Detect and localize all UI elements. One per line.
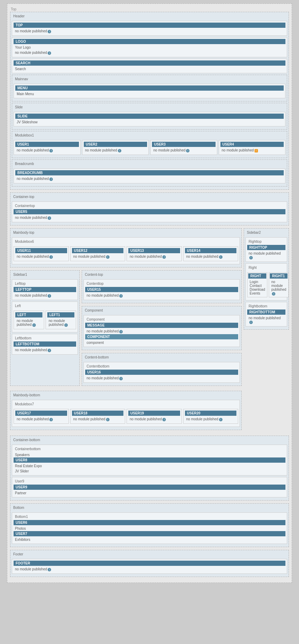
- u13-icon[interactable]: i: [162, 255, 166, 259]
- u12-icon[interactable]: i: [106, 255, 110, 259]
- u18-icon[interactable]: i: [106, 418, 110, 421]
- user3-box: USER3 no module publishedi: [150, 140, 217, 155]
- mainbody-sidebar2-row: Mainbody-top Modulebox6 USER11 no module…: [10, 228, 289, 433]
- rightbottom-label: Rightbottom: [247, 304, 285, 309]
- bc-icon[interactable]: i: [49, 177, 53, 181]
- sidebar2-label: Sidebar2: [245, 230, 287, 236]
- user11-box: USER11 no module publishedi: [14, 246, 69, 261]
- component-bar: COMPONENT: [85, 334, 238, 339]
- u15-icon[interactable]: i: [119, 294, 123, 298]
- u11-icon[interactable]: i: [49, 255, 53, 259]
- modulebox7-row: USER17 no module publishedi USER18 no mo…: [14, 407, 238, 425]
- u4-icon[interactable]: !: [254, 149, 258, 152]
- top-content: no module publishedi: [14, 28, 285, 34]
- sidebar1-content-row: Sidebar1 Lefttop LEFTTOP no module publi…: [10, 270, 242, 389]
- right-label: Right: [247, 265, 285, 271]
- user11-bar: USER11: [15, 248, 67, 253]
- footer-icon[interactable]: i: [48, 568, 51, 571]
- message-content: no module publishedi: [85, 329, 238, 334]
- right-box: Right RIGHT LoginContactDownloadEvents R…: [245, 263, 287, 300]
- user8-bar: USER8: [14, 457, 285, 463]
- leftbottom-bar: LEFTBOTTOM: [14, 341, 76, 347]
- user18-content: no module publishedi: [72, 416, 124, 422]
- left-box: Left LEFT no modulepublishedi LEFT1 no m…: [12, 302, 78, 332]
- righttop-bar: RIGHTTOP: [247, 245, 285, 250]
- footer-section: Footer FOOTER no module publishedi: [10, 550, 289, 577]
- mainbody-bottom-section: Mainbody-bottom Modulebox7 USER17 no mod…: [10, 391, 242, 430]
- slide-content: JV Slideshow: [15, 119, 284, 125]
- top-bar: TOP: [14, 23, 285, 28]
- search-bar: SEARCH: [14, 60, 285, 66]
- user1-box: USER1 no module publishedi: [14, 140, 81, 155]
- message-bar: MESSAGE: [85, 323, 238, 328]
- r1-icon[interactable]: i: [272, 292, 275, 296]
- content-bottom-label: Content-bottom: [83, 355, 240, 361]
- user17-box: USER17 no module publishedi: [14, 409, 69, 424]
- user9-box: User9 USER9 Partner: [12, 477, 287, 497]
- user2-content: no module publishedi: [84, 148, 147, 153]
- left-left-box: LEFT no modulepublishedi: [14, 311, 44, 329]
- menu-box: MENU Main Menu: [14, 84, 285, 98]
- logo-info-icon[interactable]: i: [48, 51, 51, 55]
- logo-line1: Your Logo: [14, 45, 285, 50]
- u2-icon[interactable]: i: [118, 149, 121, 152]
- user9-bar: USER9: [14, 485, 285, 490]
- user5-bar: USER5: [14, 209, 285, 214]
- page-wrapper: Top Header TOP no module publishedi LOGO…: [7, 3, 292, 583]
- content-area: Content-top Contenttop USER15 no module …: [82, 270, 242, 389]
- lt-icon[interactable]: i: [48, 294, 51, 298]
- slide-section: Slide SLIDE JV Slideshow: [12, 103, 287, 130]
- menu-content: Main Menu: [15, 91, 284, 97]
- left-left-bar: LEFT: [15, 312, 42, 317]
- user12-box: USER12 no module publishedi: [70, 246, 126, 261]
- user18-bar: USER18: [72, 411, 124, 416]
- component-section-label: Component: [83, 308, 240, 314]
- u19-icon[interactable]: i: [162, 418, 166, 421]
- rt-icon[interactable]: i: [249, 256, 253, 259]
- user20-bar: USER20: [185, 411, 237, 416]
- content-top-label: Content-top: [83, 272, 240, 278]
- rb-icon[interactable]: i: [249, 321, 253, 324]
- slide-bar: SLIDE: [15, 114, 284, 119]
- container-bottom-section: Container-bottom Containerbottom Speaker…: [10, 436, 289, 501]
- u3-icon[interactable]: i: [186, 149, 189, 152]
- containertop-box: Containertop USER5 no module publishedi: [12, 201, 287, 222]
- user14-bar: USER14: [185, 248, 237, 253]
- user3-bar: USER3: [152, 142, 216, 147]
- rightbottom-bar: RIGHTBOTTOM: [247, 309, 285, 315]
- user20-content: no module publishedi: [185, 416, 237, 422]
- ll-icon[interactable]: i: [32, 323, 36, 327]
- u20-icon[interactable]: i: [219, 418, 223, 421]
- msg-icon[interactable]: i: [119, 330, 123, 333]
- top-info-icon[interactable]: i: [48, 30, 51, 33]
- user13-box: USER13 no module publishedi: [127, 246, 182, 261]
- speakers-label: Speakers: [14, 452, 285, 457]
- u1-icon[interactable]: i: [49, 149, 53, 152]
- user13-content: no module publishedi: [128, 254, 180, 259]
- lb-icon[interactable]: i: [48, 349, 51, 352]
- modulebox1-label: Modulebox1: [14, 133, 285, 139]
- user16-bar: USER16: [85, 370, 238, 375]
- modulebox1-section: Modulebox1 USER1 no module publishedi US…: [12, 131, 287, 158]
- modulebox6-box: Modulebox6 USER11 no module publishedi U…: [12, 237, 240, 264]
- search-content: Search: [14, 66, 285, 72]
- logo-line2: no module publishedi: [14, 50, 285, 56]
- content-top-section: Content-top Contenttop USER15 no module …: [82, 270, 242, 303]
- u14-icon[interactable]: i: [219, 255, 223, 259]
- lr-icon[interactable]: i: [64, 323, 68, 327]
- u5-icon[interactable]: i: [48, 216, 51, 220]
- breadcrumb-bar: BREADCRUMB: [15, 170, 284, 175]
- breadcrumb-content: no module publishedi: [15, 176, 284, 182]
- righttop-label: Righttop: [247, 239, 285, 245]
- u16-icon[interactable]: i: [119, 377, 123, 380]
- user8-line2: JV Slider: [14, 469, 285, 474]
- user6-content: Photos: [14, 526, 285, 531]
- contentbottom-label: Contentbottom: [85, 364, 238, 370]
- component-section: Component Component MESSAGE no module pu…: [82, 306, 242, 350]
- righttop-content: no module publishedi: [247, 251, 285, 260]
- component-inner-label: Component: [85, 317, 238, 323]
- user3-content: no module publishedi: [152, 148, 216, 153]
- modulebox6-row: USER11 no module publishedi USER12 no mo…: [14, 245, 238, 263]
- u17-icon[interactable]: i: [49, 418, 53, 421]
- user20-box: USER20 no module publishedi: [183, 409, 239, 424]
